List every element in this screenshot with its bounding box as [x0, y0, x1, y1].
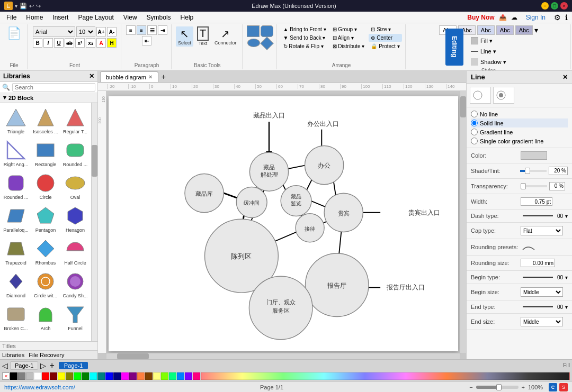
- list-item[interactable]: Hexagon: [61, 203, 89, 234]
- list-item[interactable]: Funnel: [61, 302, 89, 332]
- menu-insert[interactable]: Insert: [48, 13, 73, 22]
- file-recovery-tab[interactable]: File Recovery: [29, 352, 64, 358]
- bold-btn[interactable]: B: [33, 38, 42, 48]
- add-tab-btn[interactable]: +: [158, 71, 169, 82]
- color-swatch-silver[interactable]: [26, 372, 33, 380]
- color-swatch-blue[interactable]: [105, 372, 113, 380]
- fill-color-swatch[interactable]: [471, 37, 478, 44]
- style-preset-4[interactable]: Abc: [496, 25, 514, 35]
- list-item[interactable]: Arch: [32, 302, 59, 332]
- color-swatch-dark-red[interactable]: [50, 372, 57, 380]
- font-family-select[interactable]: Arial: [33, 26, 75, 37]
- single-color-gradient-radio[interactable]: [471, 138, 478, 144]
- list-item[interactable]: Half Circle: [61, 236, 89, 267]
- quick-access-redo[interactable]: ↪: [36, 3, 41, 10]
- list-item[interactable]: Pentagon: [32, 203, 59, 234]
- list-item[interactable]: Rectangle: [32, 138, 59, 168]
- list-item[interactable]: Right Ang...: [2, 138, 30, 168]
- shadow-icon[interactable]: [471, 58, 478, 66]
- highlight-btn[interactable]: H: [107, 38, 117, 48]
- h-scrollbar[interactable]: [106, 353, 460, 359]
- ribbon-file-btn[interactable]: 📄: [5, 25, 23, 41]
- line-color-swatch[interactable]: [471, 51, 478, 52]
- text-btn[interactable]: T Text: [194, 25, 211, 47]
- list-item[interactable]: Rounded ...: [2, 170, 30, 201]
- group-btn[interactable]: ⊞ Group ▾: [330, 25, 367, 33]
- send-to-back-btn[interactable]: ▼ Send to Back ▾: [281, 34, 328, 42]
- rotate-flip-btn[interactable]: ↻ Rotate & Flip ▾: [281, 42, 328, 50]
- select-btn[interactable]: ↖ Select: [176, 26, 193, 47]
- lib-scrollbar[interactable]: [91, 103, 97, 341]
- active-page-tab[interactable]: Page-1: [59, 362, 88, 369]
- transparency-slider[interactable]: [521, 185, 547, 187]
- add-page-btn[interactable]: +: [49, 361, 54, 370]
- align-btn[interactable]: ⊟ Align ▾: [330, 34, 367, 42]
- nav-next-page-icon[interactable]: ▷: [40, 361, 46, 370]
- protect-btn[interactable]: 🔒 Protect ▾: [369, 42, 401, 50]
- no-line-radio[interactable]: [471, 111, 478, 117]
- rounding-presets-icon[interactable]: [521, 242, 537, 252]
- align-center-btn[interactable]: ≡: [137, 25, 146, 35]
- lib-search-input[interactable]: [12, 83, 95, 92]
- color-swatch-orange[interactable]: [137, 372, 145, 380]
- end-size-select[interactable]: Middle Small Large: [521, 317, 563, 326]
- diamond-shape-btn[interactable]: [260, 37, 273, 50]
- share-icon[interactable]: 📤: [499, 14, 507, 21]
- italic-btn[interactable]: I: [43, 38, 53, 48]
- zoom-out-btn[interactable]: −: [468, 384, 473, 390]
- color-swatch-yellow[interactable]: [58, 372, 65, 380]
- single-color-gradient-option[interactable]: Single color gradient line: [471, 136, 568, 145]
- buy-now-link[interactable]: Buy Now: [467, 14, 494, 21]
- v-scrollbar-thumb[interactable]: [460, 96, 466, 117]
- list-item[interactable]: Isosceles ...: [32, 105, 59, 135]
- underline-btn[interactable]: U: [54, 38, 64, 48]
- cloud-icon[interactable]: ☁: [511, 14, 517, 21]
- list-item[interactable]: Broken C...: [2, 302, 30, 332]
- strikethrough-btn[interactable]: ab: [65, 38, 74, 48]
- canvas-page[interactable]: 藏品 解处理 办公 藏品库 缓冲间 藏品 鉴览: [109, 96, 458, 351]
- gradient-line-radio[interactable]: [471, 129, 478, 135]
- color-swatch-teal[interactable]: [97, 372, 105, 380]
- titles-tab[interactable]: Titles: [2, 343, 16, 349]
- style-more-btn[interactable]: ▾: [534, 26, 538, 34]
- center-btn[interactable]: ⊕ Center: [369, 34, 401, 42]
- begin-type-dropdown[interactable]: ▾: [565, 275, 568, 280]
- list-item[interactable]: Candy Sh...: [61, 269, 89, 299]
- h-scrollbar-thumb[interactable]: [117, 353, 149, 359]
- list-btn[interactable]: ☰: [147, 25, 157, 35]
- color-swatch-gray[interactable]: [18, 372, 25, 380]
- gradient-line-option[interactable]: Gradient line: [471, 127, 568, 136]
- color-swatch-magenta[interactable]: [121, 372, 129, 380]
- color-swatch-yellow-green[interactable]: [161, 372, 168, 380]
- menu-file[interactable]: File: [2, 13, 21, 22]
- list-item[interactable]: Triangle: [2, 105, 30, 135]
- canvas-viewport[interactable]: 200190 180 170 160 150: [98, 91, 466, 359]
- menu-view[interactable]: View: [119, 13, 141, 22]
- color-swatch-purple[interactable]: [129, 372, 137, 380]
- list-item[interactable]: ...: [2, 334, 30, 341]
- font-size-select[interactable]: 10: [76, 26, 95, 37]
- rounding-size-input[interactable]: [521, 259, 555, 267]
- menu-help[interactable]: Help: [176, 13, 198, 22]
- font-color-btn[interactable]: A: [96, 38, 106, 48]
- subscript-btn[interactable]: x₂: [86, 38, 95, 48]
- list-item[interactable]: Rhombus: [32, 236, 59, 267]
- end-type-dropdown[interactable]: ▾: [565, 304, 568, 310]
- solid-line-option[interactable]: Solid line: [471, 118, 568, 127]
- dash-type-dropdown-icon[interactable]: ▾: [565, 213, 568, 219]
- line-panel-close-icon[interactable]: ✕: [562, 74, 568, 81]
- status-url[interactable]: https://www.edrawsoft.com/: [4, 384, 75, 390]
- canvas-tab-bubble-diagram[interactable]: bubble diagram ✕: [100, 71, 158, 82]
- sign-in-link[interactable]: Sign In: [522, 13, 550, 22]
- color-swatch-red[interactable]: [42, 372, 49, 380]
- color-swatch-cyan[interactable]: [90, 372, 97, 380]
- quick-access-undo[interactable]: ↩: [29, 3, 34, 10]
- list-item[interactable]: Trapezoid: [2, 236, 30, 267]
- font-grow-btn[interactable]: A+: [96, 27, 106, 37]
- color-swatch-olive[interactable]: [66, 372, 73, 380]
- shade-tint-slider[interactable]: [520, 170, 547, 172]
- color-swatch-light-green[interactable]: [169, 372, 176, 380]
- solid-line-radio[interactable]: [471, 120, 478, 126]
- indent-btn[interactable]: ⇥: [158, 25, 167, 35]
- style-preset-5[interactable]: Abc: [515, 25, 533, 35]
